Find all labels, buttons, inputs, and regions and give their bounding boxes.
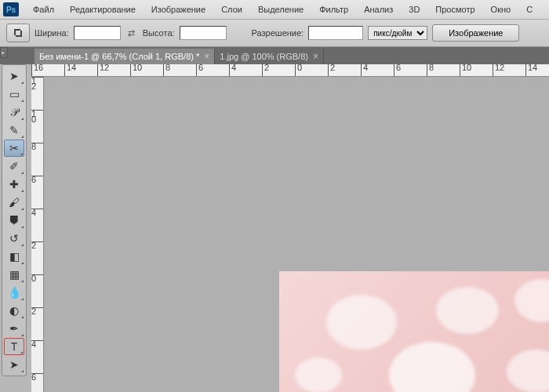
tab-label: Без имени-1 @ 66,7% (Слой 1, RGB/8) * [39,52,199,61]
ruler-tick: 0 [295,64,302,77]
app-logo: Ps [3,2,19,16]
path-select-tool[interactable]: ➤ [4,356,24,373]
resolution-label: Разрешение: [252,28,304,38]
ruler-tick: 6 [394,64,401,77]
dodge-tool[interactable]: ◐ [4,302,24,319]
resolution-input[interactable] [308,26,363,40]
document-image[interactable] [279,271,549,392]
vertical-ruler: 121086420246 [31,77,44,392]
menu-фильтр[interactable]: Фильтр [311,2,356,17]
pen-tool[interactable]: ✒ [4,320,24,337]
width-label: Ширина: [35,28,69,38]
ruler-tick: 10 [31,110,44,122]
ruler-tick: 16 [31,64,43,77]
ruler-tick: 2 [328,64,335,77]
document-tab[interactable]: 1.jpg @ 100% (RGB/8)× [215,49,324,64]
ruler-tick: 12 [493,64,504,77]
ruler-tick: 6 [31,176,44,183]
tool-preset-picker[interactable] [6,24,30,42]
eraser-tool[interactable]: ◧ [4,248,24,265]
menu-редактирование[interactable]: Редактирование [62,2,144,17]
healing-tool[interactable]: ✚ [4,176,24,193]
quick-select-tool[interactable]: ✎ [4,122,24,139]
units-select[interactable]: пикс/дюйм [368,26,427,40]
expand-panel-icon[interactable] [0,47,8,58]
document-tab-bar: Без имени-1 @ 66,7% (Слой 1, RGB/8) *×1.… [0,47,549,64]
menu-файл[interactable]: Файл [25,2,62,17]
menu-окно[interactable]: Окно [483,2,519,17]
move-tool[interactable]: ➤ [4,67,24,85]
ruler-tick: 0 [31,274,44,281]
ruler-tick: 10 [130,64,142,77]
menu-просмотр[interactable]: Просмотр [427,2,482,17]
ruler-tick: 10 [460,64,471,77]
crop-tool[interactable]: ✂ [4,140,24,157]
ruler-tick: 2 [262,64,269,77]
ruler-tick: 4 [361,64,368,77]
document-tab[interactable]: Без имени-1 @ 66,7% (Слой 1, RGB/8) *× [35,49,215,64]
height-label: Высота: [143,28,175,38]
canvas-area[interactable] [44,77,549,392]
menu-слои[interactable]: Слои [213,2,250,17]
ruler-tick: 6 [196,64,203,77]
width-input[interactable] [74,26,121,40]
ruler-tick: 4 [229,64,236,77]
blur-tool[interactable]: 💧 [4,284,24,301]
menu-с[interactable]: С [518,2,540,17]
ruler-tick: 8 [427,64,434,77]
image-button[interactable]: Изображение [432,24,519,42]
ruler-tick: 8 [163,64,170,77]
ruler-tick: 6 [31,373,44,380]
lasso-tool[interactable]: 𝒫 [4,103,24,121]
brush-tool[interactable]: 🖌 [4,194,24,211]
ruler-tick: 4 [31,209,44,216]
tab-label: 1.jpg @ 100% (RGB/8) [220,52,308,61]
eyedropper-tool[interactable]: ✐ [4,158,24,175]
ruler-tick: 2 [31,307,44,314]
ruler-tick: 12 [97,64,109,77]
height-input[interactable] [180,26,227,40]
menu-выделение[interactable]: Выделение [250,2,311,17]
gradient-tool[interactable]: ▦ [4,266,24,283]
marquee-tool[interactable]: ▭ [4,85,24,103]
ruler-tick: 14 [64,64,76,77]
menu-анализ[interactable]: Анализ [356,2,401,17]
history-brush-tool[interactable]: ↺ [4,230,24,247]
ruler-tick: 14 [525,64,537,77]
ruler-tick: 8 [31,143,44,150]
ruler-tick: 2 [31,241,44,249]
stamp-tool[interactable]: ⛊ [4,212,24,229]
type-tool[interactable]: T [4,338,24,355]
toolbox: ➤▭𝒫✎✂✐✚🖌⛊↺◧▦💧◐✒T➤ [2,64,27,376]
horizontal-ruler: 1614121086420246810121416 [31,64,549,77]
options-bar: Ширина: ⇄ Высота: Разрешение: пикс/дюйм … [0,20,549,47]
menu-3d[interactable]: 3D [401,2,427,17]
ruler-tick: 4 [31,340,44,347]
ruler-tick: 12 [31,77,44,89]
menu-изображение[interactable]: Изображение [144,2,213,17]
close-icon[interactable]: × [313,51,318,62]
swap-icon[interactable]: ⇄ [125,27,138,39]
close-icon[interactable]: × [204,51,209,62]
menu-bar: Ps ФайлРедактированиеИзображениеСлоиВыде… [0,0,549,20]
